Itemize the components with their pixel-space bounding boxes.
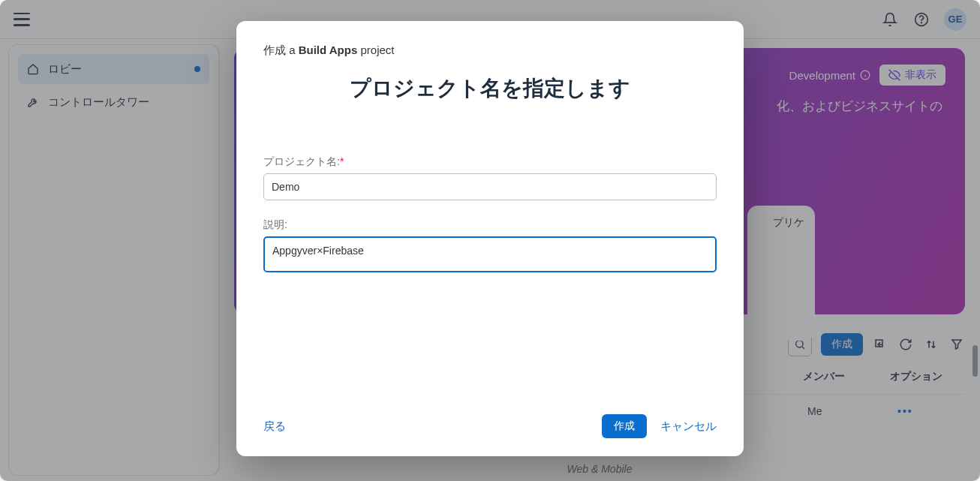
app-window: GE ロビー コントロールタワー Developmen	[0, 0, 980, 481]
create-project-modal: 作成 a Build Apps project プロジェクト名を指定します プロ…	[236, 21, 744, 456]
modal-overlay[interactable]: 作成 a Build Apps project プロジェクト名を指定します プロ…	[0, 0, 980, 481]
modal-pretitle: 作成 a Build Apps project	[263, 44, 717, 58]
project-name-label: プロジェクト名:*	[263, 155, 717, 169]
modal-create-button[interactable]: 作成	[602, 414, 647, 438]
description-input[interactable]: Appgyver×Firebase	[263, 236, 717, 272]
modal-title: プロジェクト名を指定します	[263, 74, 717, 103]
project-name-input[interactable]	[263, 173, 717, 200]
modal-footer: 戻る 作成 キャンセル	[263, 396, 717, 438]
back-button[interactable]: 戻る	[263, 419, 286, 434]
cancel-button[interactable]: キャンセル	[660, 419, 717, 434]
description-label: 説明:	[263, 218, 717, 232]
